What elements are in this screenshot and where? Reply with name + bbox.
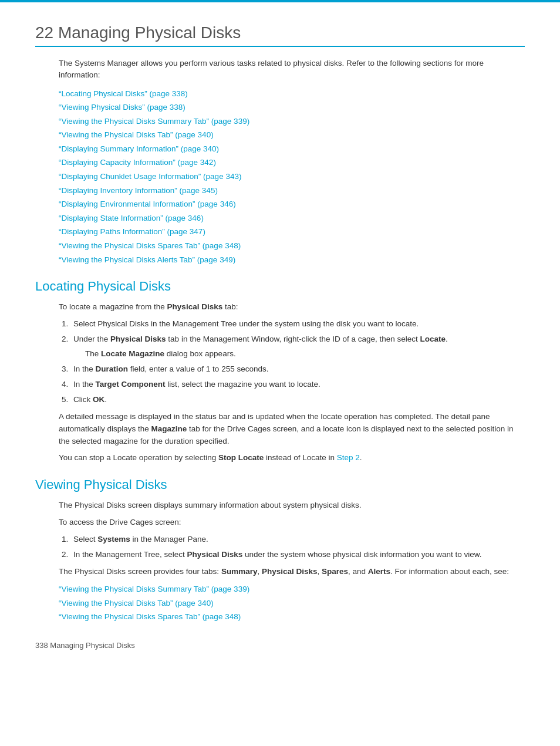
list-item: In the Target Component list, select the… — [70, 379, 525, 391]
section-locating-body: To locate a magazine from the Physical D… — [59, 301, 525, 464]
list-item: In the Duration field, enter a value of … — [70, 363, 525, 376]
section-viewing-body: The Physical Disks screen displays summa… — [59, 499, 525, 623]
list-item: Select Physical Disks in the Management … — [70, 318, 525, 330]
toc-link-item[interactable]: “Locating Physical Disks” (page 338) — [59, 87, 525, 100]
toc-link-item[interactable]: “Viewing the Physical Disks Tab” (page 3… — [59, 129, 525, 141]
viewing-steps: Select Systems in the Manager Pane. In t… — [70, 534, 525, 561]
toc-link-item[interactable]: “Displaying Chunklet Usage Information” … — [59, 170, 525, 183]
sub-para: The Locate Magazine dialog box appears. — [85, 348, 525, 360]
toc-links: “Locating Physical Disks” (page 338)“Vie… — [59, 87, 525, 266]
locating-para1: A detailed message is displayed in the s… — [59, 411, 525, 448]
page-footer: 338 Managing Physical Disks — [35, 641, 525, 650]
locating-intro: To locate a magazine from the Physical D… — [59, 301, 525, 313]
viewing-para2: To access the Drive Cages screen: — [59, 517, 525, 529]
section-title-viewing: Viewing Physical Disks — [35, 477, 525, 492]
toc-link-item[interactable]: “Viewing Physical Disks” (page 338) — [59, 101, 525, 114]
toc-link-item[interactable]: “Displaying State Information” (page 346… — [59, 212, 525, 225]
step2-link[interactable]: Step 2 — [337, 453, 360, 462]
section-title-locating: Locating Physical Disks — [35, 279, 525, 294]
toc-link-item[interactable]: “Viewing the Physical Disks Summary Tab”… — [59, 115, 525, 128]
page: 22 Managing Physical Disks The Systems M… — [0, 0, 560, 673]
locating-steps: Select Physical Disks in the Management … — [70, 318, 525, 406]
list-item: In the Management Tree, select Physical … — [70, 549, 525, 561]
top-border — [0, 0, 560, 2]
intro-text: The Systems Manager allows you perform v… — [59, 58, 525, 82]
viewing-para3: The Physical Disks screen provides four … — [59, 566, 525, 578]
toc-link-item[interactable]: “Displaying Paths Information” (page 347… — [59, 225, 525, 238]
viewing-links: “Viewing the Physical Disks Summary Tab”… — [59, 583, 525, 623]
list-item: Select Systems in the Manager Pane. — [70, 534, 525, 546]
viewing-link-item[interactable]: “Viewing the Physical Disks Summary Tab”… — [59, 583, 525, 596]
list-item: Under the Physical Disks tab in the Mana… — [70, 333, 525, 360]
list-item: Click OK. — [70, 394, 525, 406]
toc-link-item[interactable]: “Viewing the Physical Disks Spares Tab” … — [59, 239, 525, 252]
toc-link-item[interactable]: “Displaying Capacity Information” (page … — [59, 156, 525, 169]
locating-para2: You can stop a Locate operation by selec… — [59, 452, 525, 464]
viewing-link-item[interactable]: “Viewing the Physical Disks Spares Tab” … — [59, 610, 525, 623]
toc-link-item[interactable]: “Displaying Inventory Information” (page… — [59, 184, 525, 197]
toc-link-item[interactable]: “Viewing the Physical Disks Alerts Tab” … — [59, 254, 525, 266]
toc-link-item[interactable]: “Displaying Environmental Information” (… — [59, 198, 525, 211]
chapter-title: 22 Managing Physical Disks — [35, 23, 525, 47]
viewing-link-item[interactable]: “Viewing the Physical Disks Tab” (page 3… — [59, 597, 525, 610]
toc-link-item[interactable]: “Displaying Summary Information” (page 3… — [59, 143, 525, 156]
viewing-para1: The Physical Disks screen displays summa… — [59, 499, 525, 512]
